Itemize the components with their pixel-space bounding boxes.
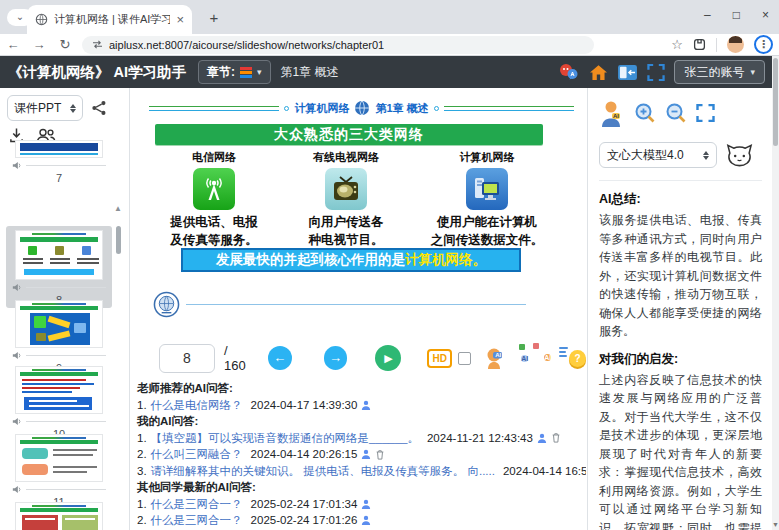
home-icon[interactable] <box>589 64 608 81</box>
site-info-icon[interactable] <box>92 40 103 49</box>
slide-thumbnail[interactable]: 10 <box>10 366 108 440</box>
player-controls: / 160 ← → ▶ HD AI AI AI ? <box>131 338 586 378</box>
url-text: aiplusx.net:8007/aicourse/slideshow/netw… <box>109 39 384 51</box>
extensions-icon[interactable] <box>693 38 706 51</box>
divider <box>599 180 762 181</box>
zoom-in-icon[interactable] <box>634 102 656 124</box>
qa-timestamp: 2024-04-17 14:39:30 <box>251 397 358 414</box>
delete-icon[interactable] <box>375 449 385 460</box>
sidebar-scrollbar-thumb[interactable] <box>116 226 121 254</box>
page-scrollbar-thumb[interactable] <box>773 58 778 146</box>
browser-menu-icon[interactable]: ⋮ <box>754 35 773 54</box>
callout-highlight: 计算机网络。 <box>405 252 486 267</box>
slide-thumbnail[interactable]: 9 <box>10 300 108 374</box>
chapter-button-label: 章节: <box>207 64 235 81</box>
slide-thumbnail[interactable]: 11 <box>10 434 108 508</box>
qa-question-link[interactable]: 【填空题】可以实现语音数据通信的网络是______。 <box>151 430 419 447</box>
slide-footer <box>153 290 526 318</box>
slide-thumbnail[interactable]: 7 <box>10 140 108 184</box>
user-icon <box>361 499 371 509</box>
share-icon[interactable] <box>91 100 107 116</box>
qa-timestamp: 2025-02-24 17:01:34 <box>251 496 358 513</box>
hd-checkbox[interactable] <box>458 352 471 365</box>
voice-qa-icon[interactable] <box>558 63 580 81</box>
uibe-logo-icon <box>153 291 180 318</box>
model-select[interactable]: 文心大模型4.0 <box>599 142 717 168</box>
page-scrollbar[interactable]: ▼ <box>772 56 779 530</box>
qa-question-link[interactable]: 什么是三网合一？ <box>151 496 243 513</box>
column-title: 有线电视网络 <box>313 150 379 165</box>
column-desc: 使用户能在计算机 之间传送数据文件。 <box>431 214 544 249</box>
qa-item: 1. 【填空题】可以实现语音数据通信的网络是______。 2024-11-21… <box>137 430 586 447</box>
chevron-down-icon: ▾ <box>257 67 262 77</box>
account-menu-button[interactable]: 张三的账号 ▾ <box>674 60 765 84</box>
user-icon <box>361 449 371 459</box>
fullscreen-icon[interactable] <box>647 64 665 81</box>
qa-timestamp: 2024-11-21 12:43:43 <box>427 430 533 447</box>
tv-icon <box>325 168 367 210</box>
user-icon <box>537 433 547 443</box>
qa-item: 1. 什么是电信网络？ 2024-04-17 14:39:30 <box>137 397 586 414</box>
current-chapter-label: 第1章 概述 <box>281 64 339 81</box>
select-arrows-icon <box>703 151 709 160</box>
ai-chat-icon[interactable]: AI <box>544 349 551 367</box>
qa-question-link[interactable]: 什么叫三网融合？ <box>151 446 243 463</box>
qa-timestamp: 2024-04-14 16:55:09 <box>503 463 586 480</box>
qa-item: 2. 什么叫三网融合？ 2024-04-14 20:26:15 <box>137 446 586 463</box>
deck-select[interactable]: 课件PPT <box>7 95 83 121</box>
qa-section-heading: 其他同学最新的AI问答: <box>137 479 586 496</box>
ai-assistant-icon[interactable]: AI <box>599 100 625 127</box>
window-maximize-button[interactable]: □ <box>733 8 740 22</box>
qa-question-link[interactable]: 请详细解释其中的关键知识。 提供电话、电报及传真等服务。 向..... <box>151 463 495 480</box>
hint-bulb-icon[interactable]: ? <box>569 350 586 367</box>
chapter-select-button[interactable]: 章节: ▾ <box>198 60 271 84</box>
qa-timestamp: 2025-02-24 17:01:26 <box>251 512 358 529</box>
ai-explain-icon[interactable]: AI <box>484 347 506 369</box>
qa-item: 1. 什么是三网合一？ 2025-02-24 17:01:34 <box>137 496 586 513</box>
column-title: 计算机网络 <box>460 150 515 165</box>
account-name: 张三的账号 <box>684 64 744 81</box>
scroll-up-icon[interactable]: ▲ <box>114 204 122 213</box>
qa-question-link[interactable]: 什么是三网合一？ <box>151 512 243 529</box>
slide-chapter-label: 第1章 概述 <box>375 101 428 116</box>
site-favicon-icon <box>35 13 48 26</box>
profile-avatar[interactable] <box>727 36 744 53</box>
slide-main-area: 计算机网络 第1章 概述 大众熟悉的三大类网络 电信网络 提供电话、电报 及传真… <box>131 88 586 530</box>
zoom-out-icon[interactable] <box>665 102 687 124</box>
antenna-icon <box>193 168 235 210</box>
bookmark-star-icon[interactable]: ☆ <box>671 37 683 52</box>
user-icon <box>361 400 371 410</box>
ai-insight-heading: 对我们的启发: <box>599 351 762 368</box>
browser-tab[interactable]: 计算机网络 | 课件AI学习助手 × <box>27 5 192 34</box>
ai-summary-text: 该服务提供电话、电报、传真等多种通讯方式，同时向用户传送丰富多样的电视节目。此外… <box>599 211 762 341</box>
back-button[interactable]: ← <box>0 37 26 52</box>
ai-qa-icon[interactable]: AI <box>521 350 528 367</box>
next-slide-button[interactable]: → <box>324 346 348 370</box>
prev-slide-button[interactable]: ← <box>268 346 292 370</box>
forward-button[interactable]: → <box>26 37 52 52</box>
tab-close-icon[interactable]: × <box>176 13 184 26</box>
globe-icon <box>354 100 370 116</box>
cat-icon[interactable] <box>726 143 753 167</box>
window-minimize-button[interactable]: – <box>704 8 711 22</box>
page-number-input[interactable] <box>159 344 215 373</box>
address-bar[interactable]: aiplusx.net:8007/aicourse/slideshow/netw… <box>82 36 594 54</box>
column-desc: 提供电话、电报 及传真等服务。 <box>170 214 258 249</box>
slide-header: 计算机网络 第1章 概述 <box>149 97 574 119</box>
collapse-panel-icon[interactable] <box>617 64 638 81</box>
column-catv: 有线电视网络 向用户传送各 种电视节目。 <box>290 150 402 249</box>
speaker-icon <box>12 417 22 426</box>
slide-thumbnail-selected[interactable]: 8 <box>6 226 112 308</box>
play-button[interactable]: ▶ <box>375 345 401 371</box>
hd-toggle-button[interactable]: HD <box>427 349 452 368</box>
fullscreen-icon[interactable] <box>696 104 715 122</box>
slide-thumbnail[interactable]: 12 <box>10 502 108 530</box>
delete-icon[interactable] <box>551 432 561 443</box>
reload-button[interactable]: ↻ <box>52 37 78 52</box>
slide-callout-banner: 发展最快的并起到核心作用的是计算机网络。 <box>181 248 521 272</box>
new-tab-button[interactable]: + <box>204 8 224 28</box>
scroll-down-icon[interactable]: ▼ <box>772 521 779 528</box>
window-close-button[interactable]: × <box>762 8 769 22</box>
qa-timestamp: 2024-04-14 20:26:15 <box>251 446 358 463</box>
qa-question-link[interactable]: 什么是电信网络？ <box>151 397 243 414</box>
